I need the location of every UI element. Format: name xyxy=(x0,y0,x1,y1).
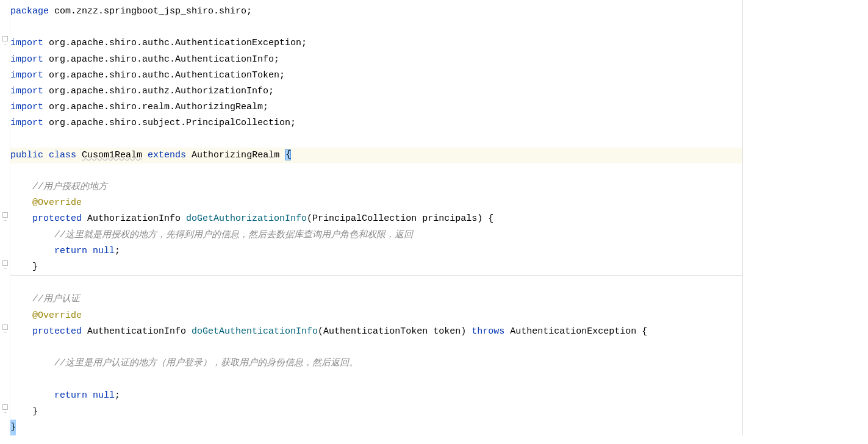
code-line[interactable]: @Override xyxy=(10,195,742,211)
keyword: null xyxy=(87,390,115,401)
return-type: AuthenticationInfo xyxy=(82,326,192,337)
code-line[interactable] xyxy=(10,340,742,356)
import-path: org.apache.shiro.realm.AuthorizingRealm; xyxy=(43,102,268,112)
method-name: doGetAuthorizationInfo xyxy=(186,213,307,224)
close-brace: } xyxy=(32,406,38,417)
import-path: org.apache.shiro.authc.AuthenticationExc… xyxy=(43,38,307,48)
method-params: (PrincipalCollection principals) { xyxy=(307,213,493,224)
code-line[interactable]: //用户授权的地方 xyxy=(10,179,742,195)
superclass: AuthorizingRealm xyxy=(186,150,285,160)
cursor-brace: { xyxy=(285,149,291,160)
keyword: return xyxy=(54,246,87,256)
comment: //用户授权的地方 xyxy=(32,182,107,192)
editor-gutter: − − − − − xyxy=(0,0,10,435)
code-line[interactable]: import org.apache.shiro.subject.Principa… xyxy=(10,115,742,131)
fold-icon[interactable]: − xyxy=(2,324,8,330)
comment: //这里是用户认证的地方（用户登录），获取用户的身份信息，然后返回。 xyxy=(54,358,358,368)
fold-icon[interactable]: − xyxy=(2,36,8,41)
semicolon: ; xyxy=(115,246,120,256)
method-name: doGetAuthenticationInfo xyxy=(192,326,318,337)
close-brace: } xyxy=(32,262,38,272)
import-path: org.apache.shiro.authz.AuthorizationInfo… xyxy=(43,86,274,96)
keyword: extends xyxy=(148,150,186,160)
code-line[interactable]: package com.znzz.springboot_jsp_shiro.sh… xyxy=(10,4,742,20)
keyword: throws xyxy=(472,326,504,337)
keyword: protected xyxy=(32,326,82,337)
class-name: Cusom1Realm xyxy=(82,150,142,160)
code-line[interactable]: import org.apache.shiro.authc.Authentica… xyxy=(10,52,742,68)
code-line[interactable]: } xyxy=(10,259,742,275)
code-line[interactable]: return null; xyxy=(10,388,742,404)
code-line[interactable]: @Override xyxy=(10,308,742,324)
import-path: org.apache.shiro.subject.PrincipalCollec… xyxy=(43,118,296,128)
code-line[interactable]: protected AuthorizationInfo doGetAuthori… xyxy=(10,211,742,227)
code-line[interactable]: //这里是用户认证的地方（用户登录），获取用户的身份信息，然后返回。 xyxy=(10,356,742,371)
keyword: package xyxy=(10,6,49,16)
keyword: return xyxy=(54,390,87,401)
throws-type: AuthenticationException { xyxy=(504,326,647,337)
code-line[interactable]: return null; xyxy=(10,243,742,259)
fold-icon[interactable]: − xyxy=(2,260,8,266)
return-type: AuthorizationInfo xyxy=(82,213,186,224)
keyword: public xyxy=(10,150,43,160)
keyword: protected xyxy=(32,213,82,224)
semicolon: ; xyxy=(115,390,120,401)
annotation: @Override xyxy=(32,198,82,208)
fold-icon[interactable]: − xyxy=(2,212,8,218)
comment: //这里就是用授权的地方，先得到用户的信息，然后去数据库查询用户角色和权限，返回 xyxy=(54,230,413,240)
keyword: null xyxy=(87,246,115,256)
code-line-active[interactable]: public class Cusom1Realm extends Authori… xyxy=(10,148,742,163)
keyword: import xyxy=(10,86,43,96)
code-line[interactable]: //这里就是用授权的地方，先得到用户的信息，然后去数据库查询用户角色和权限，返回 xyxy=(10,227,742,243)
code-line[interactable]: import org.apache.shiro.authz.Authorizat… xyxy=(10,84,742,99)
keyword: import xyxy=(10,54,43,65)
code-line[interactable]: } xyxy=(10,404,742,420)
fold-icon[interactable]: − xyxy=(2,404,8,410)
code-line[interactable] xyxy=(10,371,742,387)
keyword: import xyxy=(10,118,43,128)
keyword: import xyxy=(10,38,43,48)
import-path: org.apache.shiro.authc.AuthenticationInf… xyxy=(43,54,279,65)
code-line[interactable]: //用户认证 xyxy=(10,292,742,307)
code-line[interactable] xyxy=(10,163,742,179)
code-line[interactable] xyxy=(10,132,742,148)
import-path: org.apache.shiro.authc.AuthenticationTok… xyxy=(43,70,285,81)
code-line[interactable]: import org.apache.shiro.authc.Authentica… xyxy=(10,35,742,51)
keyword: import xyxy=(10,70,43,81)
scrollbar-track[interactable] xyxy=(743,0,750,435)
code-line[interactable]: protected AuthenticationInfo doGetAuthen… xyxy=(10,324,742,340)
code-line[interactable] xyxy=(10,276,742,292)
method-params: (AuthenticationToken token) xyxy=(318,326,472,337)
code-line[interactable]: } xyxy=(10,420,742,435)
matching-brace: } xyxy=(10,420,16,435)
comment: //用户认证 xyxy=(32,294,80,304)
keyword: class xyxy=(43,150,76,160)
package-path: com.znzz.springboot_jsp_shiro.shiro; xyxy=(49,6,252,16)
code-line[interactable] xyxy=(10,20,742,35)
annotation: @Override xyxy=(32,310,82,321)
code-line[interactable]: import org.apache.shiro.realm.Authorizin… xyxy=(10,99,742,115)
keyword: import xyxy=(10,102,43,112)
code-line[interactable]: import org.apache.shiro.authc.Authentica… xyxy=(10,68,742,84)
code-editor[interactable]: package com.znzz.springboot_jsp_shiro.sh… xyxy=(10,0,743,435)
